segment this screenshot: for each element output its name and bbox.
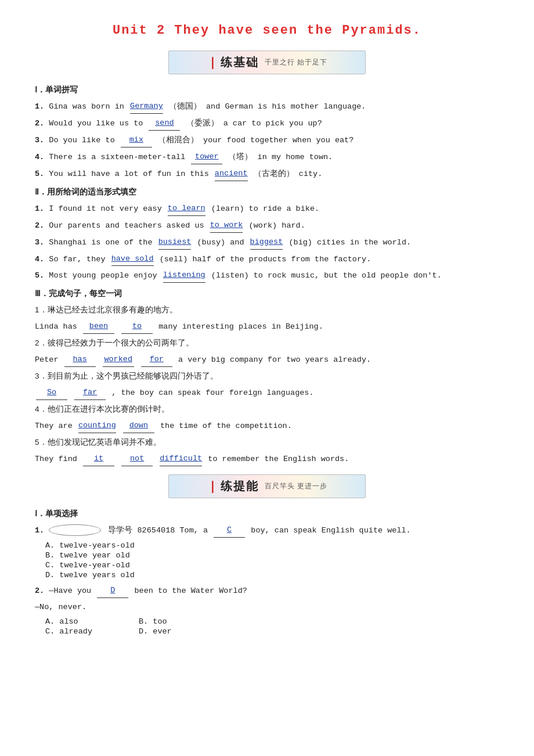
part3-item4-blank1: counting: [78, 419, 116, 433]
part2-item5-blank: listening: [163, 269, 205, 283]
part4-q2-opts-col2: B. too D. ever: [139, 617, 172, 637]
part3-item2-blank3: for: [141, 353, 172, 367]
part1-item1-post: and German is his mother language.: [206, 102, 366, 111]
part4-q1: 1. 导学号 82654018 Tom, a C boy, can speak …: [35, 524, 499, 538]
part2-title: Ⅱ．用所给词的适当形式填空: [35, 187, 499, 197]
part2-item3: 3. Shanghai is one of the busiest (busy)…: [35, 236, 499, 250]
part3-item2-cn: 2．彼得已经效力于一个很大的公司两年了。: [35, 337, 499, 350]
part4-q1-optA: A. twelve-years-old: [45, 541, 499, 550]
part4-q1-optB: B. twelve year old: [45, 551, 499, 560]
part3-item5-cn: 5．他们发现记忆英语单词并不难。: [35, 436, 499, 449]
part2-item2: 2. Our parents and teachers asked us to …: [35, 219, 499, 233]
part4-title: Ⅰ．单项选择: [35, 509, 499, 519]
part3-item3-blank1: So: [36, 386, 67, 400]
part3-item5-blank1: it: [83, 452, 114, 466]
part3-item2-en: Peter has worked for a very big company …: [35, 353, 499, 367]
part2-item3-blank2: biggest: [250, 236, 283, 250]
part4-q2-options: A. also C. already B. too D. ever: [45, 617, 499, 637]
part4-q2-optB: B. too: [139, 617, 172, 626]
part3-item5-blank3: difficult: [160, 452, 202, 466]
part2-item4-blank: have sold: [111, 253, 154, 267]
banner1-sub-label: 千里之行 始于足下: [265, 57, 327, 67]
part2-item1-blank: to learn: [168, 202, 205, 216]
part1-item1-blank: Germany: [130, 100, 163, 114]
part4-q1-options: A. twelve-years-old B. twelve year old C…: [45, 541, 499, 581]
part1-item5-blank: ancient: [215, 167, 248, 181]
part1-item5: 5. You will have a lot of fun in this an…: [35, 167, 499, 181]
banner1-bar: ｜: [207, 56, 219, 69]
part4-q1-answer: C: [214, 524, 245, 538]
banner2-main-label: ｜练提能: [207, 478, 259, 494]
part3-item3-blank2: far: [74, 386, 106, 400]
page-title: Unit 2 They have seen the Pyramids.: [35, 23, 499, 38]
part4-q2: 2. —Have you D been to the Water World?: [35, 584, 499, 598]
part3-item3-cn: 3．到目前为止，这个男孩已经能够说四门外语了。: [35, 370, 499, 383]
part3-item1-cn: 1．琳达已经去过北京很多有趣的地方。: [35, 304, 499, 317]
part2-item3-blank1: busiest: [158, 236, 192, 250]
part2-item4: 4. So far, they have sold (sell) half of…: [35, 253, 499, 267]
part4-block: Ⅰ．单项选择 1. 导学号 82654018 Tom, a C boy, can…: [35, 509, 499, 637]
part1-block: Ⅰ．单词拼写 1. Gina was born in Germany （德国） …: [35, 85, 499, 181]
part1-item4: 4. There is a sixteen-meter-tall tower （…: [35, 150, 499, 164]
answer-box-q1: [49, 524, 101, 536]
q-num: 1.: [35, 102, 44, 111]
part3-item1-blank2: to: [121, 320, 153, 334]
part4-q1-optC: C. twelve-year-old: [45, 561, 499, 570]
part3-item1-en: Linda has been to many interesting place…: [35, 320, 499, 334]
part1-item2-blank: send: [149, 117, 180, 131]
part3-title: Ⅲ．完成句子，每空一词: [35, 289, 499, 299]
part1-item3-blank: mix: [121, 134, 152, 147]
part1-item1-cn: （德国）: [169, 102, 201, 110]
part3-item2-blank2: worked: [103, 353, 134, 367]
part4-q2-optC: C. already: [45, 627, 92, 636]
part2-item2-blank: to work: [210, 219, 243, 233]
part2-block: Ⅱ．用所给词的适当形式填空 1. I found it not very eas…: [35, 187, 499, 283]
part2-item1: 1. I found it not very easy to learn (le…: [35, 202, 499, 216]
part4-q1-optD: D. twelve years old: [45, 571, 499, 579]
part3-item2-blank1: has: [64, 353, 96, 367]
part4-q2-opts-col1: A. also C. already: [45, 617, 92, 637]
part3-item1-blank1: been: [83, 320, 114, 334]
part4-q2-optA: A. also: [45, 617, 92, 626]
part1-title: Ⅰ．单词拼写: [35, 85, 499, 95]
part1-item2: 2. Would you like us to send （委派） a car …: [35, 117, 499, 131]
banner1-main-label: ｜练基础: [207, 55, 259, 70]
part3-item4-en: They are counting down the time of the c…: [35, 419, 499, 433]
part1-item1: 1. Gina was born in Germany （德国） and Ger…: [35, 100, 499, 114]
part1-item1-pre: Gina was born in: [49, 102, 129, 111]
part4-q2-reply: —No, never.: [35, 601, 499, 614]
part2-item5: 5. Most young people enjoy listening (li…: [35, 269, 499, 283]
part3-item4-cn: 4．他们正在进行本次比赛的倒计时。: [35, 403, 499, 416]
part3-item5-en: They find it not difficult to remember t…: [35, 452, 499, 466]
part3-item5-blank2: not: [121, 452, 153, 466]
banner2-sub-label: 百尺竿头 更进一步: [265, 481, 327, 491]
part1-item3: 3. Do you like to mix （相混合） your food to…: [35, 134, 499, 147]
part3-item3-en: So far , the boy can speak four foreign …: [35, 386, 499, 400]
banner-lian-jichu: ｜练基础 千里之行 始于足下: [168, 51, 366, 74]
part3-block: Ⅲ．完成句子，每空一词 1．琳达已经去过北京很多有趣的地方。 Linda has…: [35, 289, 499, 466]
part4-q2-answer: D: [97, 584, 128, 598]
part4-q2-optD: D. ever: [139, 627, 172, 636]
part3-item4-blank2: down: [123, 419, 154, 433]
part1-item4-blank: tower: [191, 150, 222, 164]
banner-lian-tineng: ｜练提能 百尺竿头 更进一步: [168, 474, 366, 498]
